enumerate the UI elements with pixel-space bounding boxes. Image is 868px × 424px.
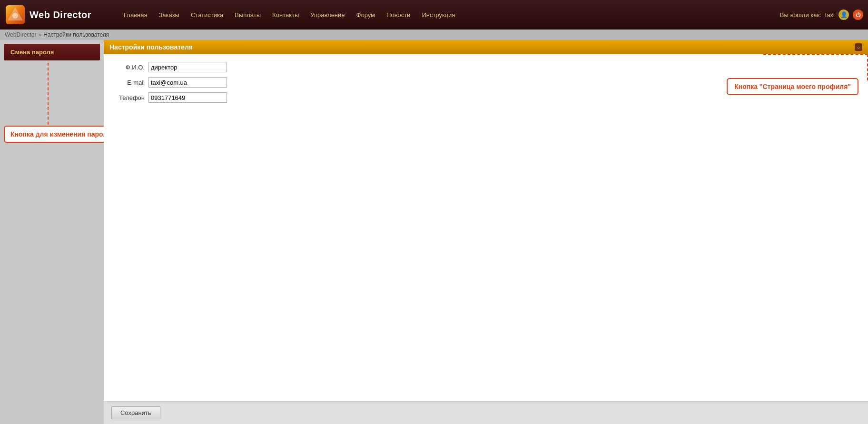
breadcrumb: WebDirector » Настройки пользователя — [0, 30, 868, 40]
logo-area: Web Director — [5, 4, 119, 25]
logged-in-label: Вы вошли как: — [780, 11, 821, 19]
nav-news[interactable]: Новости — [382, 9, 415, 21]
svg-point-2 — [12, 13, 18, 19]
save-button[interactable]: Сохранить — [111, 406, 160, 419]
breadcrumb-root[interactable]: WebDirector — [5, 31, 36, 38]
header-right: Вы вошли как: taxi 👤 ⏻ — [780, 10, 863, 20]
form-area: Ф.И.О. E-mail Телефон Кнопка "Страница м… — [104, 54, 868, 401]
nav-statistics[interactable]: Статистика — [186, 9, 228, 21]
breadcrumb-current: Настройки пользователя — [43, 31, 109, 38]
nav-home[interactable]: Главная — [119, 9, 152, 21]
nav-payments[interactable]: Выплаты — [230, 9, 266, 21]
nav-orders[interactable]: Заказы — [154, 9, 184, 21]
phone-label: Телефон — [111, 94, 145, 101]
section-title: Настройки пользователя — [109, 43, 193, 51]
phone-input[interactable] — [148, 92, 227, 103]
email-label: E-mail — [111, 79, 145, 86]
fio-row: Ф.И.О. — [111, 62, 860, 72]
main-layout: Смена пароля Кнопка для изменения пароля… — [0, 40, 868, 424]
annotation-password-change: Кнопка для изменения пароля — [4, 126, 118, 143]
logged-in-username: taxi — [825, 11, 835, 19]
logo-icon — [5, 4, 26, 25]
app-title: Web Director — [30, 10, 91, 20]
header: Web Director Главная Заказы Статистика В… — [0, 0, 868, 30]
nav-instructions[interactable]: Инструкция — [417, 9, 460, 21]
annotation-profile-page: Кнопка "Страница моего профиля" — [727, 78, 858, 95]
section-header: Настройки пользователя ○ — [104, 40, 868, 54]
nav-forum[interactable]: Форум — [352, 9, 380, 21]
dashed-connector-password — [48, 63, 49, 129]
change-password-button[interactable]: Смена пароля — [4, 44, 100, 60]
nav-contacts[interactable]: Контакты — [267, 9, 304, 21]
nav-management[interactable]: Управление — [306, 9, 349, 21]
sidebar: Смена пароля Кнопка для изменения пароля — [0, 40, 104, 424]
nav-menu: Главная Заказы Статистика Выплаты Контак… — [119, 9, 780, 21]
fio-label: Ф.И.О. — [111, 64, 145, 71]
breadcrumb-separator: » — [38, 31, 41, 38]
fio-input[interactable] — [148, 62, 227, 72]
form-footer: Сохранить — [104, 401, 868, 424]
user-profile-icon[interactable]: 👤 — [838, 10, 849, 20]
section-close-button[interactable]: ○ — [855, 43, 862, 51]
content-area: Настройки пользователя ○ Ф.И.О. E-mail Т… — [104, 40, 868, 424]
email-input[interactable] — [148, 77, 227, 88]
logout-icon[interactable]: ⏻ — [853, 10, 863, 20]
